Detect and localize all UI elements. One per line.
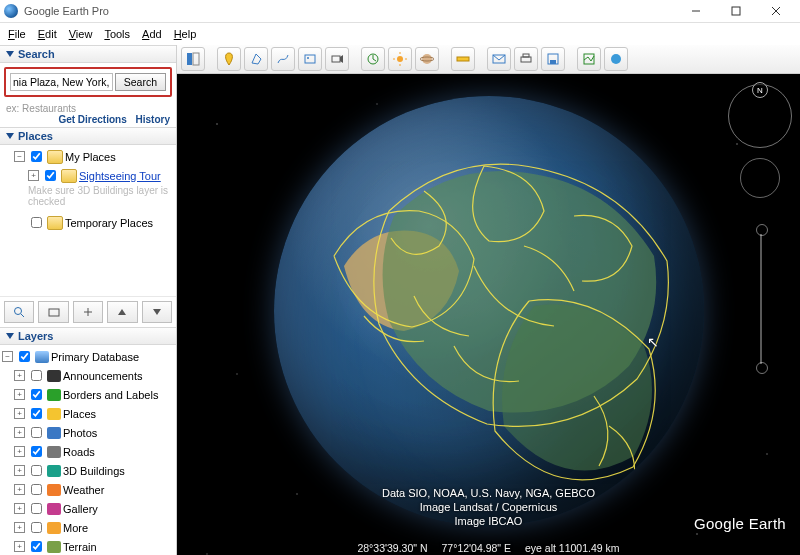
maximize-button[interactable] (716, 0, 756, 22)
places-sightseeing-tour[interactable]: + Sightseeing Tour (2, 166, 174, 185)
mouse-cursor-icon: ↖ (647, 334, 659, 350)
svg-rect-14 (305, 55, 315, 63)
toolbar-print[interactable] (514, 47, 538, 71)
layers-panel-header[interactable]: Layers (0, 327, 176, 345)
layer-checkbox[interactable] (31, 446, 42, 457)
layer-checkbox[interactable] (31, 427, 42, 438)
layers-tree: − Primary Database +Announcements+Border… (0, 345, 176, 555)
layer-checkbox[interactable] (31, 484, 42, 495)
toolbar-historical-imagery[interactable] (361, 47, 385, 71)
svg-rect-28 (457, 57, 469, 61)
toolbar-image-overlay[interactable] (298, 47, 322, 71)
expand-icon[interactable]: + (14, 484, 25, 495)
toolbar-panel-toggle[interactable] (181, 47, 205, 71)
expand-icon[interactable]: + (14, 370, 25, 381)
layer-checkbox[interactable] (31, 408, 42, 419)
toolbar-planets[interactable] (415, 47, 439, 71)
expand-icon[interactable]: + (14, 503, 25, 514)
places-temporary[interactable]: Temporary Places (2, 213, 174, 232)
layer-icon (47, 522, 61, 534)
toolbar-polygon[interactable] (244, 47, 268, 71)
toolbar-view-in-maps[interactable] (577, 47, 601, 71)
expand-icon[interactable]: + (14, 408, 25, 419)
layer-checkbox[interactable] (31, 503, 42, 514)
layer-item[interactable]: +Borders and Labels (2, 385, 174, 404)
layer-checkbox[interactable] (31, 522, 42, 533)
menu-tools[interactable]: Tools (104, 28, 130, 40)
expand-icon[interactable]: − (14, 151, 25, 162)
google-earth-logo: Google Earth (694, 515, 786, 532)
zoom-out-icon[interactable] (756, 362, 768, 374)
expand-icon[interactable]: + (14, 541, 25, 552)
places-panel-header[interactable]: Places (0, 127, 176, 145)
toolbar-sign-in[interactable] (604, 47, 628, 71)
expand-icon[interactable]: + (14, 427, 25, 438)
expand-icon[interactable]: + (14, 389, 25, 400)
toolbar-save-image[interactable] (541, 47, 565, 71)
toolbar-ruler[interactable] (451, 47, 475, 71)
toolbar-email[interactable] (487, 47, 511, 71)
menu-help[interactable]: Help (174, 28, 197, 40)
layer-item[interactable]: +Photos (2, 423, 174, 442)
places-fit-button[interactable] (38, 301, 68, 323)
tour-checkbox[interactable] (45, 170, 56, 181)
toolbar-placemark[interactable] (217, 47, 241, 71)
primary-db-checkbox[interactable] (19, 351, 30, 362)
layer-item[interactable]: +3D Buildings (2, 461, 174, 480)
layer-label: 3D Buildings (63, 465, 125, 477)
expand-icon[interactable]: + (28, 170, 39, 181)
nav-zoom-slider[interactable] (756, 224, 766, 374)
get-directions-link[interactable]: Get Directions (58, 114, 126, 125)
earth-globe[interactable] (274, 96, 704, 526)
nav-compass[interactable]: N (728, 84, 792, 148)
toolbar-record-tour[interactable] (325, 47, 349, 71)
layer-icon (47, 541, 61, 553)
expand-icon[interactable]: + (14, 465, 25, 476)
search-input[interactable] (10, 73, 113, 91)
menu-add[interactable]: Add (142, 28, 162, 40)
places-controls (0, 296, 176, 327)
menu-view[interactable]: View (69, 28, 93, 40)
close-button[interactable] (756, 0, 796, 22)
layer-checkbox[interactable] (31, 370, 42, 381)
layer-item[interactable]: +More (2, 518, 174, 537)
temp-checkbox[interactable] (31, 217, 42, 228)
toolbar-path[interactable] (271, 47, 295, 71)
zoom-in-icon[interactable] (756, 224, 768, 236)
layer-item[interactable]: +Places (2, 404, 174, 423)
layer-icon (47, 465, 61, 477)
layer-item[interactable]: +Roads (2, 442, 174, 461)
globe-viewport[interactable]: ↖ N Data SIO, NOAA, U.S. Navy, NGA, GEBC… (177, 74, 800, 555)
tour-label[interactable]: Sightseeing Tour (79, 170, 161, 182)
places-my-places[interactable]: − My Places (2, 147, 174, 166)
my-places-checkbox[interactable] (31, 151, 42, 162)
expand-icon[interactable]: + (14, 522, 25, 533)
zoom-track[interactable] (760, 234, 762, 364)
layer-item[interactable]: +Weather (2, 480, 174, 499)
search-history-link[interactable]: History (136, 114, 170, 125)
toolbar-sunlight[interactable] (388, 47, 412, 71)
layers-header-label: Layers (18, 330, 53, 342)
places-down-button[interactable] (142, 301, 172, 323)
layer-checkbox[interactable] (31, 389, 42, 400)
places-search-button[interactable] (4, 301, 34, 323)
layer-checkbox[interactable] (31, 465, 42, 476)
layer-label: More (63, 522, 88, 534)
layer-item[interactable]: +Gallery (2, 499, 174, 518)
expand-icon[interactable]: − (2, 351, 13, 362)
expand-icon[interactable]: + (14, 446, 25, 457)
places-add-button[interactable] (73, 301, 103, 323)
search-button[interactable]: Search (115, 73, 166, 91)
layer-item[interactable]: +Announcements (2, 366, 174, 385)
minimize-button[interactable] (676, 0, 716, 22)
menu-edit[interactable]: Edit (38, 28, 57, 40)
app-icon (4, 4, 18, 18)
search-panel-header[interactable]: Search (0, 45, 176, 63)
places-up-button[interactable] (107, 301, 137, 323)
layer-item[interactable]: +Terrain (2, 537, 174, 555)
layer-primary-database[interactable]: − Primary Database (2, 347, 174, 366)
search-links: ex: Restaurants Get Directions History (0, 101, 176, 127)
menu-file[interactable]: File (8, 28, 26, 40)
nav-look-joystick[interactable] (740, 158, 780, 198)
layer-checkbox[interactable] (31, 541, 42, 552)
